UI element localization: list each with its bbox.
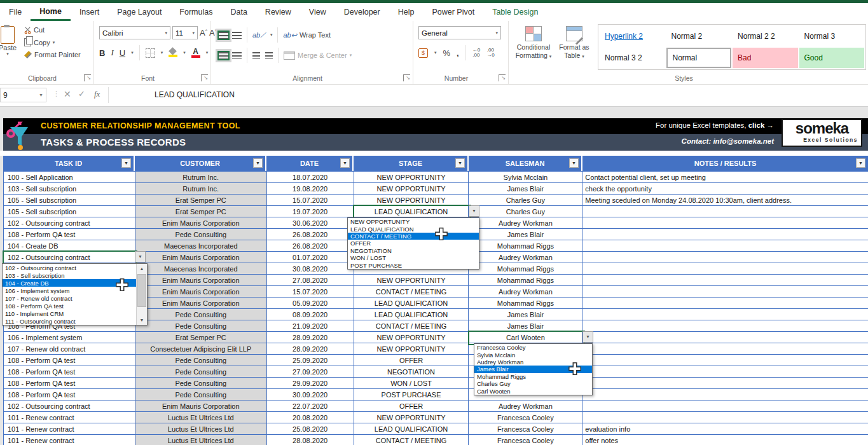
conditional-formatting-button[interactable]: Conditional Formatting ▾	[514, 26, 553, 60]
cell-customer[interactable]: Maecenas Incorporated	[135, 263, 267, 275]
confirm-entry-icon[interactable]: ✓	[78, 89, 85, 99]
stage-option[interactable]: POST PURCHASE	[348, 262, 479, 269]
increase-font-button[interactable]: A^	[200, 28, 207, 38]
task-option[interactable]: 108 - Perform QA test	[3, 302, 136, 310]
cell-date[interactable]: 05.09.2020	[267, 298, 354, 309]
cell-notes[interactable]	[582, 298, 868, 309]
cell-task[interactable]: 102 - Outsourcing contract	[4, 400, 135, 412]
task-option[interactable]: 102 - Outsourcing contract	[3, 264, 136, 271]
cell-customer[interactable]: Erat Semper PC	[135, 332, 267, 343]
cell-stage[interactable]: NEW OPPORTUNITY	[354, 195, 469, 206]
cell-salesman[interactable]: Mohammad Riggs	[469, 240, 582, 252]
cell-customer[interactable]: Consectetuer Adipiscing Elit LLP	[135, 343, 267, 355]
cell-customer[interactable]: Rutrum Inc.	[135, 183, 267, 195]
cell-customer[interactable]: Luctus Et Ultrices Ltd	[135, 423, 267, 435]
cell-date[interactable]: 20.08.2020	[267, 412, 354, 423]
filter-button[interactable]: ▼	[340, 158, 350, 168]
cell-date[interactable]: 25.08.2020	[267, 423, 354, 435]
tab-data[interactable]: Data	[221, 3, 256, 21]
stage-option[interactable]: WON / LOST	[348, 254, 479, 261]
cell-stage[interactable]: NEW OPPORTUNITY	[354, 332, 469, 343]
cell-customer[interactable]: Enim Mauris Corporation	[135, 298, 267, 309]
italic-button[interactable]: I	[111, 48, 113, 58]
style-chip-normal-2-2[interactable]: Normal 2 2	[733, 26, 798, 46]
increase-decimal-button[interactable]: ←0.00	[472, 48, 480, 58]
font-dialog-launcher[interactable]: ↘	[201, 74, 208, 81]
decrease-decimal-button[interactable]: .00→0	[486, 48, 494, 58]
formula-bar-handle[interactable]: ⋮	[53, 90, 60, 98]
cell-customer[interactable]: Pede Consulting	[135, 309, 267, 320]
tab-developer[interactable]: Developer	[335, 3, 389, 21]
cell-salesman[interactable]: Charles Guy	[469, 195, 582, 206]
format-as-table-button[interactable]: Format as Table ▾	[555, 26, 594, 60]
copy-button[interactable]: Copy▾	[24, 38, 81, 46]
style-chip-normal-3[interactable]: Normal 3	[799, 26, 865, 46]
cell-task[interactable]: 105 - Sell subscription	[4, 195, 135, 206]
cell-task[interactable]: 101 - Renew contract	[4, 435, 135, 445]
cell-notes[interactable]	[582, 366, 868, 378]
cell-stage[interactable]: LEAD QUALIFICATION	[354, 423, 469, 435]
cell-salesman[interactable]: James Blair	[469, 229, 582, 240]
cell-date[interactable]: 15.07.2020	[267, 195, 354, 206]
align-bottom-button[interactable]	[232, 32, 242, 39]
stage-option[interactable]: CONTACT / MEETING	[348, 233, 479, 240]
salesman-option[interactable]: Francesca Cooley	[474, 344, 592, 351]
scrollbar-thumb[interactable]	[137, 274, 146, 307]
tab-page-layout[interactable]: Page Layout	[108, 3, 170, 21]
align-left-button[interactable]	[217, 52, 227, 59]
bold-button[interactable]: B	[99, 48, 105, 58]
cell-stage[interactable]: NEW OPPORTUNITY	[354, 412, 469, 423]
cell-stage[interactable]: NEW OPPORTUNITY	[354, 172, 469, 183]
cell-task[interactable]: 102 - Outsourcing contract	[4, 252, 135, 263]
orientation-button[interactable]: ab⟋	[252, 31, 265, 39]
cell-customer[interactable]: Enim Mauris Corporation	[135, 252, 267, 263]
cell-date[interactable]: 28.09.2020	[267, 343, 354, 355]
fill-color-button[interactable]	[169, 48, 177, 57]
salesman-option[interactable]: Sylvia Mcclain	[474, 351, 592, 358]
cell-date[interactable]: 28.08.2020	[267, 435, 354, 445]
style-chip-normal[interactable]: Normal	[666, 48, 732, 68]
cell-stage[interactable]: WON / LOST	[354, 378, 469, 389]
cell-task[interactable]: 108 - Perform QA test	[4, 355, 135, 366]
cell-customer[interactable]: Pede Consulting	[135, 355, 267, 366]
cell-task[interactable]: 108 - Perform QA test	[4, 229, 135, 240]
cell-customer[interactable]: Enim Mauris Corporation	[135, 400, 267, 412]
task-option[interactable]: 107 - Renew old contract	[3, 294, 136, 302]
style-chip-bad[interactable]: Bad	[733, 48, 798, 68]
tab-power-pivot[interactable]: Power Pivot	[423, 3, 483, 21]
someka-logo[interactable]: someka Excel Solutions	[782, 119, 862, 147]
cell-date[interactable]: 27.09.2020	[267, 366, 354, 378]
dropdown-scrollbar[interactable]: ▲ ▼	[136, 264, 147, 325]
cell-notes[interactable]	[582, 400, 868, 412]
cell-salesman[interactable]: Audrey Workman	[469, 286, 582, 298]
cell-notes[interactable]: Contact potential client, set up meeting	[582, 172, 868, 183]
cell-task[interactable]: 101 - Renew contract	[4, 423, 135, 435]
filter-button[interactable]: ▼	[253, 158, 263, 168]
cell-task[interactable]: 108 - Perform QA test	[4, 366, 135, 378]
number-dialog-launcher[interactable]: ↘	[499, 74, 506, 81]
cell-customer[interactable]: Pede Consulting	[135, 378, 267, 389]
cell-date[interactable]: 22.07.2020	[267, 400, 354, 412]
cell-salesman[interactable]: James Blair	[469, 183, 582, 195]
cell-salesman[interactable]: Charles Guy	[469, 206, 582, 217]
cell-stage[interactable]: NEW OPPORTUNITY	[354, 275, 469, 286]
salesman-option[interactable]: Carl Wooten	[474, 388, 592, 395]
cell-stage[interactable]: CONTACT / MEETING	[354, 286, 469, 298]
stage-option[interactable]: NEGOTIATION	[348, 247, 479, 254]
cell-task[interactable]: 103 - Sell subscription	[4, 183, 135, 195]
cell-notes[interactable]	[582, 309, 868, 320]
cell-date[interactable]: 18.07.2020	[267, 172, 354, 183]
cell-notes[interactable]	[582, 240, 868, 252]
formula-input[interactable]: LEAD QUALIFICATION	[155, 90, 235, 99]
cell-notes[interactable]: check the opportunity	[582, 183, 868, 195]
cut-button[interactable]: Cut	[24, 26, 81, 34]
cell-stage[interactable]: NEGOTIATION	[354, 366, 469, 378]
cell-date[interactable]: 01.07.2020	[267, 252, 354, 263]
cell-salesman[interactable]: Sylvia Mcclain	[469, 172, 582, 183]
cell-salesman[interactable]: Mohammad Riggs	[469, 263, 582, 275]
cell-date[interactable]: 26.08.2020	[267, 240, 354, 252]
cell-customer[interactable]: Enim Mauris Corporation	[135, 275, 267, 286]
cell-customer[interactable]: Pede Consulting	[135, 366, 267, 378]
cell-date[interactable]: 30.09.2020	[267, 389, 354, 400]
insert-function-icon[interactable]: fx	[94, 89, 100, 99]
